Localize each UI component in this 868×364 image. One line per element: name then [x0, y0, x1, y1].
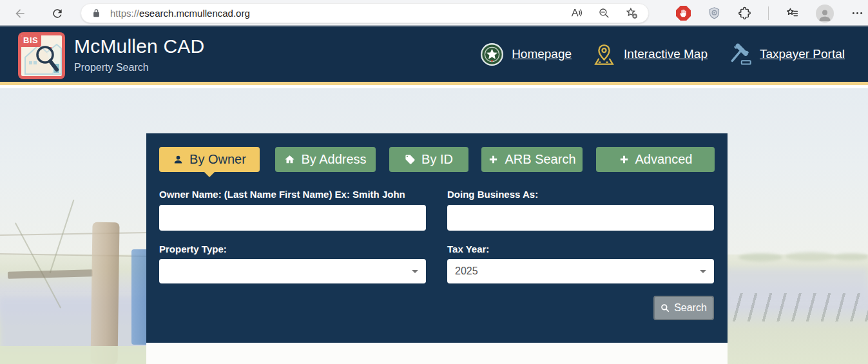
toolbar-divider [768, 6, 769, 20]
adblock-hand-icon [676, 6, 691, 21]
back-arrow-icon [14, 7, 26, 20]
nav-taxpayer-portal-label: Taxpayer Portal [760, 47, 845, 61]
nav-taxpayer-portal-link[interactable]: Taxpayer Portal [728, 43, 845, 66]
tab-by-address[interactable]: By Address [275, 147, 376, 172]
ellipsis-icon [851, 6, 864, 20]
site-subtitle: Property Search [74, 62, 204, 73]
search-tabs: By Owner By Address By ID ARB Search Adv… [159, 147, 715, 172]
home-icon [284, 154, 295, 165]
browser-menu-button[interactable] [851, 6, 864, 20]
zoom-out-button[interactable] [598, 7, 610, 19]
nav-homepage-label: Homepage [512, 47, 572, 61]
doing-business-as-label: Doing Business As: [447, 189, 538, 200]
county-seal-icon [480, 43, 504, 66]
search-button[interactable]: Search [653, 296, 714, 320]
puzzle-piece-icon [738, 6, 751, 20]
plus-icon [619, 154, 630, 165]
search-icon [661, 303, 670, 312]
read-aloud-button[interactable] [570, 7, 583, 19]
url-protocol: https:// [110, 8, 139, 19]
owner-name-label: Owner Name: (Last Name First Name) Ex: S… [159, 189, 405, 200]
page-content: By Owner By Address By ID ARB Search Adv… [0, 88, 868, 364]
add-favorite-star-icon [626, 7, 638, 19]
privacy-shield-extension-button[interactable] [708, 6, 721, 20]
tag-icon [405, 154, 416, 165]
background-bluebonnets-left [0, 298, 149, 352]
map-pin-icon [592, 43, 616, 66]
bis-logo-artwork: BIS [21, 35, 62, 76]
tab-by-address-label: By Address [301, 152, 366, 167]
tab-arb-search[interactable]: ARB Search [481, 147, 583, 172]
browser-toolbar: https://esearch.mcmullencad.org [0, 0, 868, 26]
bis-logo-text: BIS [21, 35, 41, 47]
plus-icon [488, 154, 499, 165]
tab-advanced-label: Advanced [635, 152, 693, 167]
read-aloud-icon [570, 7, 583, 19]
zoom-out-icon [598, 7, 610, 19]
site-title: McMullen CAD [74, 35, 204, 58]
extensions-menu-button[interactable] [738, 6, 751, 20]
site-header: BIS McMullen CAD Property Search Homepag… [0, 26, 868, 85]
extensions-row [676, 3, 864, 24]
url-host: esearch.mcmullencad.org [139, 8, 250, 19]
owner-name-input[interactable] [159, 205, 426, 231]
tax-year-value: 2025 [447, 259, 714, 283]
favorites-hub-button[interactable] [786, 6, 799, 20]
fence-posts-right [728, 293, 868, 321]
gavel-icon [728, 43, 752, 66]
tab-by-owner[interactable]: By Owner [159, 147, 260, 172]
profile-button[interactable] [816, 5, 834, 23]
header-nav: Homepage Interactive Map Taxpayer Portal [480, 26, 845, 82]
adblock-extension-button[interactable] [676, 6, 691, 21]
lock-icon [92, 8, 101, 18]
browser-window: https://esearch.mcmullencad.org [0, 0, 868, 364]
nav-homepage-link[interactable]: Homepage [480, 43, 572, 66]
address-bar[interactable]: https://esearch.mcmullencad.org [81, 3, 649, 23]
back-button[interactable] [9, 3, 30, 24]
profile-avatar [816, 5, 834, 23]
tab-advanced[interactable]: Advanced [596, 147, 715, 172]
refresh-button[interactable] [46, 3, 68, 24]
refresh-icon [51, 7, 64, 20]
tax-year-label: Tax Year: [447, 244, 489, 254]
bis-logo[interactable]: BIS [18, 32, 65, 79]
tab-by-id[interactable]: By ID [389, 147, 468, 172]
doing-business-as-input[interactable] [447, 205, 714, 231]
url-text: https://esearch.mcmullencad.org [110, 8, 250, 19]
property-search-panel: By Owner By Address By ID ARB Search Adv… [146, 133, 728, 343]
nav-interactive-map-link[interactable]: Interactive Map [592, 43, 708, 66]
search-button-label: Search [674, 302, 707, 314]
blue-barrel [131, 249, 147, 345]
tab-by-owner-label: By Owner [189, 152, 246, 167]
shield-icon [708, 6, 721, 20]
results-area [146, 343, 728, 364]
fence-post [90, 222, 119, 364]
tab-arb-search-label: ARB Search [505, 152, 575, 167]
property-type-label: Property Type: [159, 244, 227, 254]
brand-block: McMullen CAD Property Search [74, 35, 204, 73]
favorites-star-list-icon [786, 6, 799, 20]
nav-interactive-map-label: Interactive Map [624, 47, 708, 61]
background-treeline [725, 248, 868, 262]
user-icon [173, 154, 184, 165]
add-favorite-button[interactable] [626, 7, 638, 19]
tax-year-select[interactable]: 2025 [447, 259, 714, 283]
background-grass [0, 346, 149, 364]
tab-by-id-label: By ID [421, 152, 453, 167]
property-type-select[interactable] [159, 259, 426, 283]
